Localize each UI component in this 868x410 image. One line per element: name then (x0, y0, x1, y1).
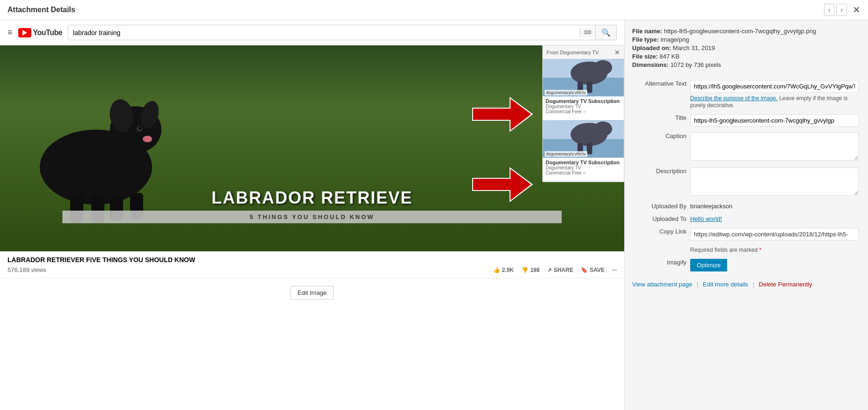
uploaded-by-label: Uploaded By (632, 200, 688, 212)
imagify-cell: Optimize (688, 256, 861, 274)
arrow-top (472, 97, 533, 133)
dislike-button[interactable]: 👎 198 (521, 267, 540, 273)
sidebar-card-2-sub2: Commercial Free ♂ (546, 170, 621, 176)
caption-textarea[interactable] (690, 132, 859, 161)
description-cell (688, 165, 861, 200)
youtube-logo: YouTube (18, 28, 63, 37)
video-subtitle-banner: 5 THINGS YOU SHOULD KNOW (62, 211, 562, 223)
sidebar-card-1-title: Dogumentary TV Subscription (546, 98, 621, 104)
close-button[interactable]: ✕ (853, 4, 861, 15)
dimensions-label: Dimensions: (632, 61, 669, 68)
svg-marker-14 (511, 99, 531, 130)
imagify-row: Imagify Optimize (632, 256, 861, 274)
keyboard-icon: ⌨ (580, 28, 595, 37)
edit-image-button[interactable]: Edit Image (291, 286, 334, 300)
svg-point-24 (594, 60, 613, 75)
sidebar-popup-header: From Dogumentary TV ✕ (543, 46, 624, 59)
save-button[interactable]: 🔖 SAVE (581, 267, 605, 273)
video-area: LABRADOR RETRIEVE 5 THINGS YOU SHOULD KN… (0, 45, 624, 410)
sidebar-close-icon[interactable]: ✕ (614, 49, 620, 56)
search-icon[interactable]: 🔍 (595, 25, 616, 40)
arrow-bottom (472, 167, 533, 204)
alt-text-hint-link[interactable]: Describe the purpose of the image. (690, 95, 778, 102)
copy-link-cell (688, 225, 861, 243)
svg-rect-13 (473, 109, 511, 120)
right-panel: File name: https-lh5-googleusercontent-c… (625, 20, 868, 410)
share-label: SHARE (554, 267, 573, 273)
sidebar-card-2-image: dogumentarytv.vhx.tv (543, 120, 624, 158)
share-button[interactable]: ↗ SHARE (547, 267, 573, 273)
sidebar-card-2-title: Dogumentary TV Subscription (546, 160, 621, 165)
sidebar-card-2-info: Dogumentary TV Subscription Dogumentary … (543, 158, 624, 177)
sidebar-card-1-sub1: Dogumentary TV (546, 104, 621, 109)
file-type-row: File type: image/png (632, 36, 861, 43)
nav-next-button[interactable]: › (836, 4, 847, 16)
description-row: Description (632, 165, 861, 200)
sidebar-from-label: From Dogumentary TV (547, 50, 599, 55)
uploaded-to-link[interactable]: Hello world! (690, 212, 722, 222)
view-count: 576,189 views (7, 266, 46, 273)
title-input[interactable] (690, 114, 859, 127)
search-input[interactable] (68, 26, 580, 39)
caption-cell (688, 130, 861, 165)
fields-table: Alternative Text Describe the purpose of… (632, 77, 861, 274)
search-bar: ⌨ 🔍 (68, 25, 617, 40)
dimensions-row: Dimensions: 1072 by 736 pixels (632, 61, 861, 68)
copy-link-input[interactable] (690, 228, 859, 241)
delete-permanently-link[interactable]: Delete Permanently (759, 281, 812, 288)
file-info-section: File name: https-lh5-googleusercontent-c… (632, 28, 861, 70)
youtube-sidebar-popup: From Dogumentary TV ✕ (542, 45, 624, 182)
optimize-button[interactable]: Optimize (690, 259, 727, 271)
title-cell (688, 111, 861, 130)
caption-row: Caption (632, 130, 861, 165)
alt-text-row: Alternative Text Describe the purpose of… (632, 77, 861, 111)
video-thumbnail: LABRADOR RETRIEVE 5 THINGS YOU SHOULD KN… (0, 45, 624, 251)
imagify-label: Imagify (632, 256, 688, 274)
like-button[interactable]: 👍 2.9K (493, 267, 514, 273)
youtube-icon (18, 28, 31, 37)
view-attachment-link[interactable]: View attachment page (632, 281, 692, 288)
file-type-label: File type: (632, 36, 659, 43)
description-textarea[interactable] (690, 168, 859, 196)
left-panel: ≡ YouTube ⌨ 🔍 (0, 20, 625, 410)
sidebar-card-1-sub2: Commercial Free ♂ (546, 109, 621, 114)
uploaded-to-row: Uploaded To Hello world! (632, 212, 861, 225)
file-name-row: File name: https-lh5-googleusercontent-c… (632, 28, 861, 35)
uploaded-on-label: Uploaded on: (632, 44, 671, 51)
file-name-value: https-lh5-googleusercontent-com-7wcgqlhy… (664, 28, 816, 35)
sidebar-card-2-domain: dogumentarytv.vhx.tv (545, 151, 587, 157)
red-arrow-bottom-icon (472, 167, 533, 202)
share-icon: ↗ (547, 267, 552, 273)
more-icon: ··· (612, 267, 617, 273)
file-size-value: 847 KB (660, 53, 680, 60)
svg-rect-23 (587, 81, 592, 93)
edit-more-details-link[interactable]: Edit more details (703, 281, 748, 288)
copy-link-label: Copy Link (632, 225, 688, 243)
more-button[interactable]: ··· (612, 267, 617, 273)
alt-text-hint-container: Describe the purpose of the image. Leave… (690, 95, 859, 109)
nav-prev-button[interactable]: ‹ (824, 4, 835, 16)
action-buttons: 👍 2.9K 👎 198 ↗ SHARE 🔖 (493, 267, 617, 273)
edit-image-area: Edit Image (0, 278, 624, 307)
uploaded-by-value: brianleejackson (690, 199, 732, 210)
sidebar-card-1-image: dogumentarytv.vhx.tv (543, 59, 624, 96)
sidebar-card-1: dogumentarytv.vhx.tv Dogumentary TV Subs… (543, 59, 624, 120)
svg-rect-17 (473, 179, 511, 190)
modal-body: ≡ YouTube ⌨ 🔍 (0, 20, 868, 410)
title-field-label: Title (632, 111, 688, 130)
sidebar-card-1-info: Dogumentary TV Subscription Dogumentary … (543, 96, 624, 116)
required-star: * (759, 247, 761, 253)
caption-label: Caption (632, 130, 688, 165)
alt-text-input[interactable] (690, 80, 859, 93)
alt-text-cell: Describe the purpose of the image. Leave… (688, 77, 861, 111)
uploaded-to-cell: Hello world! (688, 212, 861, 225)
required-note-text: Required fields are marked (690, 247, 758, 253)
red-arrow-top-icon (472, 97, 533, 132)
sidebar-card-2: dogumentarytv.vhx.tv Dogumentary TV Subs… (543, 120, 624, 182)
title-row: Title (632, 111, 861, 130)
sidebar-card-2-sub1: Dogumentary TV (546, 165, 621, 170)
uploaded-on-row: Uploaded on: March 31, 2019 (632, 44, 861, 51)
dimensions-value: 1072 by 736 pixels (671, 61, 721, 68)
hamburger-icon[interactable]: ≡ (7, 28, 13, 37)
file-size-row: File size: 847 KB (632, 53, 861, 60)
